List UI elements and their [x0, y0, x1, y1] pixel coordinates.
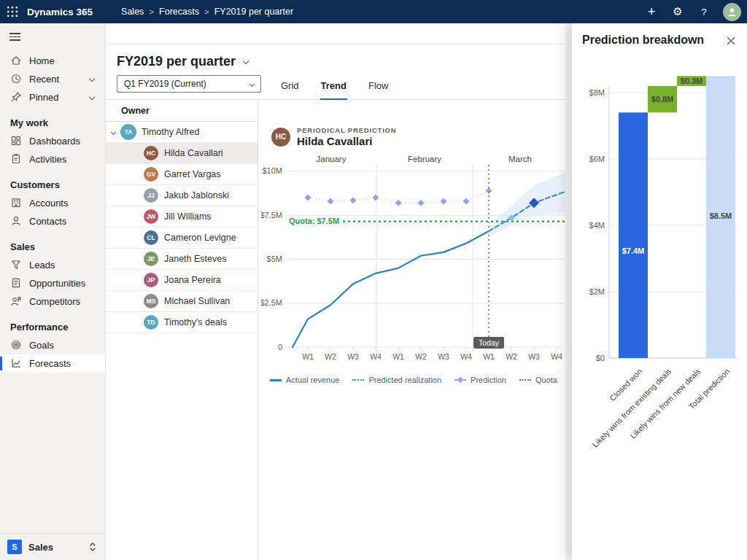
prediction-diamond [305, 195, 311, 201]
y-tick-label: $6M [589, 155, 605, 163]
breadcrumb-separator: > [149, 7, 154, 16]
add-icon[interactable]: + [640, 0, 662, 23]
owner-name: Jakub Jablonski [164, 190, 229, 201]
sidebar-item-accounts[interactable]: Accounts [0, 194, 105, 212]
avatar: GV [144, 167, 158, 182]
tab-flow[interactable]: Flow [368, 80, 389, 99]
sidebar-item-dashboards[interactable]: Dashboards [0, 132, 105, 150]
week-label: W3 [438, 352, 449, 361]
sidebar-section-performance: Performance [0, 320, 105, 335]
sidebar-item-leads[interactable]: Leads [0, 256, 105, 274]
avatar-initials: TA [125, 128, 133, 136]
view-tabs: Grid Trend Flow [280, 80, 389, 99]
sidebar-item-forecasts[interactable]: Forecasts [0, 354, 105, 373]
legend-predicted-realization: Predicted realization [352, 376, 441, 384]
y-tick-label: $5M [267, 254, 282, 263]
prediction-diamond [395, 200, 402, 206]
dashboard-icon [10, 135, 22, 147]
owner-row[interactable]: JE Janeth Esteves [106, 249, 258, 270]
sidebar-item-label: Activities [29, 154, 66, 165]
tab-trend[interactable]: Trend [320, 80, 347, 100]
chevron-down-icon[interactable] [111, 129, 116, 134]
y-tick-label: $0 [596, 354, 605, 362]
owner-row-hilda-cavallari[interactable]: HC Hilda Cavallari [106, 143, 258, 164]
avatar: JJ [144, 188, 158, 203]
confidence-band [489, 172, 565, 236]
avatar: JE [144, 252, 158, 266]
today-label: Today [479, 338, 500, 347]
help-icon[interactable]: ? [693, 0, 715, 23]
owner-row[interactable]: GV Garret Vargas [106, 164, 258, 185]
y-tick-label: $2.5M [261, 298, 282, 307]
week-label: W4 [460, 352, 472, 361]
chart-legend: Actual revenue Predicted realization Pre… [270, 376, 565, 384]
area-label: Sales [28, 542, 53, 553]
solid-line-swatch [270, 379, 282, 381]
panel-header: Prediction breakdown [572, 23, 747, 50]
avatar: HC [144, 146, 158, 160]
user-avatar[interactable] [723, 3, 741, 21]
sidebar-item-activities[interactable]: Activities [0, 150, 105, 168]
week-label: W4 [370, 352, 382, 361]
owner-row[interactable]: MS Michael Sullivan [106, 291, 258, 312]
sidebar-item-label: Pinned [29, 92, 58, 103]
week-label: W2 [325, 352, 336, 361]
avatar-initials: JJ [147, 192, 154, 199]
period-selector[interactable]: Q1 FY2019 (Current) [117, 75, 261, 93]
owner-name: Timothy's deals [164, 317, 227, 327]
top-bar: Dynamics 365 Sales > Forecasts > FY2019 … [0, 0, 747, 23]
sidebar-item-contacts[interactable]: Contacts [0, 212, 105, 230]
unfold-icon [89, 542, 96, 552]
waterfall-chart: $8M$6M$4M$2M$0$7.4M$0.8M$0.3M$8.5MClosed… [572, 64, 747, 462]
week-label: W4 [551, 352, 562, 361]
owner-row-timothy-alfred[interactable]: TA Timothy Alfred [106, 122, 258, 143]
sidebar-item-home[interactable]: Home [0, 52, 105, 70]
sidebar-item-pinned[interactable]: Pinned [0, 88, 105, 106]
sidebar-item-recent[interactable]: Recent [0, 70, 105, 88]
owner-row[interactable]: JJ Jakub Jablonski [106, 185, 258, 206]
prediction-diamond [463, 198, 470, 204]
prediction-diamond [441, 198, 447, 204]
breadcrumb-sales[interactable]: Sales [121, 7, 144, 17]
y-tick-label: $2M [589, 287, 605, 296]
app-title[interactable]: Dynamics 365 [27, 7, 93, 18]
prediction-diamond [350, 197, 357, 203]
sidebar-item-goals[interactable]: Goals [0, 336, 105, 354]
close-icon[interactable] [722, 34, 740, 50]
gear-icon[interactable]: ⚙ [667, 0, 689, 23]
sidebar-item-label: Home [29, 55, 55, 66]
breadcrumb-forecasts[interactable]: Forecasts [159, 7, 199, 17]
clock-icon [10, 73, 22, 85]
sidebar-item-label: Leads [29, 260, 55, 271]
area-switcher[interactable]: S Sales [0, 533, 105, 560]
owner-row[interactable]: JW Jill Williams [106, 206, 258, 228]
owner-row[interactable]: JP Joana Pereira [106, 270, 258, 291]
owner-name: Timothy Alfred [142, 127, 199, 137]
sidebar-item-competitors[interactable]: Competitors [0, 292, 105, 311]
funnel-icon [10, 259, 22, 271]
view-title-dropdown[interactable]: FY2019 per quarter [117, 51, 565, 71]
legend-prediction: Prediction [454, 376, 506, 384]
controls-row: Q1 FY2019 (Current) Grid Trend Flow [117, 75, 565, 99]
y-tick-label: $7.5M [261, 211, 282, 219]
owner-name: Cameron Levigne [164, 233, 236, 243]
panel-title: Prediction breakdown [582, 34, 704, 47]
breadcrumb-current-view[interactable]: FY2019 per quarter [214, 7, 293, 17]
view-header: FY2019 per quarter Q1 FY2019 (Current) G… [106, 44, 565, 100]
topbar-actions: + ⚙ ? [640, 0, 747, 23]
sidebar-item-opportunities[interactable]: Opportunities [0, 274, 105, 292]
avatar-initials: CL [147, 234, 155, 241]
main-content: FY2019 per quarter Q1 FY2019 (Current) G… [106, 23, 565, 560]
actual-revenue-line [293, 231, 489, 347]
owner-column: Owner TA Timothy Alfred HC Hilda Cavalla… [106, 100, 258, 560]
prediction-diamond [418, 200, 425, 206]
owner-row[interactable]: CL Cameron Levigne [106, 228, 258, 249]
sidebar-item-label: Goals [29, 340, 54, 351]
person-flag-icon [10, 295, 22, 307]
waffle-icon[interactable] [0, 0, 25, 23]
owner-row[interactable]: TD Timothy's deals [106, 312, 258, 333]
tab-grid[interactable]: Grid [280, 80, 300, 99]
page-title: FY2019 per quarter [117, 54, 236, 69]
avatar: TA [120, 124, 136, 140]
hamburger-icon[interactable] [7, 30, 23, 44]
